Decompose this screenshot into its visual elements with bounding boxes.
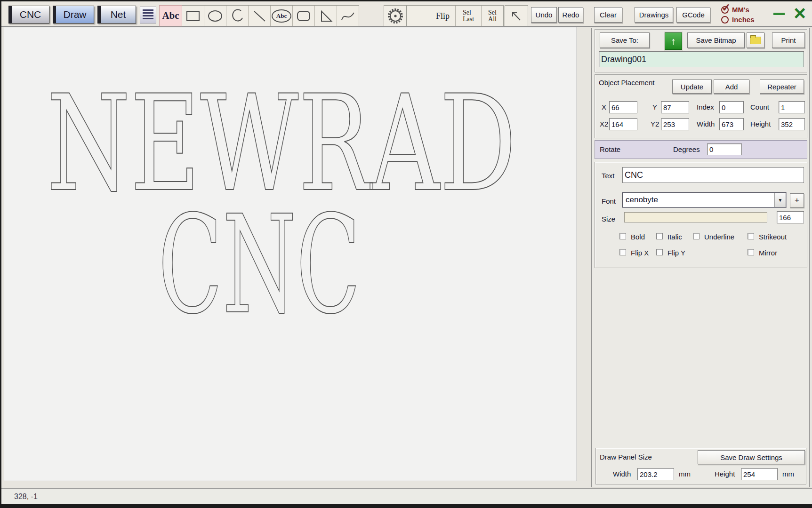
save-group: Save To: ↑ Save Bitmap Print bbox=[595, 29, 807, 72]
size-slider[interactable] bbox=[624, 212, 767, 222]
app-window: CNC Draw Net Abc bbox=[0, 0, 812, 508]
print-button[interactable]: Print bbox=[772, 32, 805, 48]
count-input[interactable] bbox=[779, 101, 805, 113]
object-placement-title: Object Placement bbox=[599, 79, 654, 87]
filename-input[interactable] bbox=[599, 51, 804, 67]
minimize-button[interactable] bbox=[773, 13, 785, 15]
clear-button[interactable]: Clear bbox=[594, 7, 622, 23]
x-input[interactable] bbox=[609, 101, 637, 113]
index-input[interactable] bbox=[719, 101, 744, 113]
text-label: Text bbox=[602, 172, 615, 180]
redo-button[interactable]: Redo bbox=[558, 7, 583, 23]
dropdown-arrow-icon[interactable]: ▼ bbox=[774, 193, 786, 207]
x2-label: X2 bbox=[600, 120, 608, 128]
sel-all-line1: Sel bbox=[488, 9, 497, 16]
underline-label: Underline bbox=[704, 233, 734, 241]
inches-radio[interactable] bbox=[721, 16, 729, 24]
inches-radio-row[interactable]: Inches bbox=[721, 16, 755, 24]
undo-button[interactable]: Undo bbox=[531, 7, 557, 23]
degrees-input[interactable] bbox=[707, 143, 742, 155]
strikeout-checkbox[interactable] bbox=[748, 233, 754, 239]
triangle-icon bbox=[318, 8, 333, 24]
text-ellipse-icon: Abc bbox=[272, 9, 291, 23]
mm-radio-row[interactable]: MM's ✓ bbox=[721, 6, 749, 14]
add-font-button[interactable]: + bbox=[790, 193, 804, 207]
gear-tool-button[interactable] bbox=[384, 6, 406, 26]
flip-x-checkbox[interactable] bbox=[619, 249, 626, 255]
text-settings-group: Text Font cenobyte ▼ + Size Bold Italic … bbox=[595, 162, 807, 268]
draw-panel-size-group: Draw Panel Size Save Draw Settings Width… bbox=[595, 448, 806, 484]
width-input[interactable] bbox=[719, 118, 744, 130]
rotate-label: Rotate bbox=[600, 145, 620, 153]
panel-width-input[interactable] bbox=[637, 468, 674, 480]
select-last-button[interactable]: SelLast bbox=[455, 6, 481, 26]
drawings-button[interactable]: Drawings bbox=[635, 7, 673, 23]
menu-button[interactable] bbox=[140, 7, 156, 24]
line-icon bbox=[252, 8, 267, 24]
x-label: X bbox=[602, 103, 606, 111]
save-to-button[interactable]: Save To: bbox=[600, 32, 650, 48]
nw-arrow-icon bbox=[509, 9, 523, 23]
save-bitmap-button[interactable]: Save Bitmap bbox=[687, 32, 745, 48]
canvas-text-line2[interactable]: CNC bbox=[158, 186, 361, 344]
text-tool-button[interactable]: Abc bbox=[160, 6, 182, 26]
flip-y-checkbox[interactable] bbox=[656, 249, 663, 255]
rounded-rect-tool-button[interactable] bbox=[292, 6, 314, 26]
move-up-button[interactable]: ↑ bbox=[665, 32, 682, 50]
y2-input[interactable] bbox=[661, 118, 689, 130]
rectangle-tool-button[interactable] bbox=[182, 6, 204, 26]
tab-net[interactable]: Net bbox=[97, 6, 136, 24]
add-button[interactable]: Add bbox=[714, 79, 749, 94]
drawing-canvas[interactable]: NEWRAD CNC bbox=[4, 27, 577, 481]
window-frame-top bbox=[0, 0, 812, 1]
tool-palette: Abc Abc bbox=[159, 5, 359, 26]
y-input[interactable] bbox=[661, 101, 689, 113]
arc-tool-button[interactable] bbox=[226, 6, 248, 26]
arc-icon bbox=[230, 8, 245, 24]
ellipse-tool-button[interactable] bbox=[204, 6, 226, 26]
text-ellipse-label: Abc bbox=[276, 12, 287, 20]
save-draw-settings-button[interactable]: Save Draw Settings bbox=[698, 450, 805, 464]
degrees-label: Degrees bbox=[673, 145, 700, 153]
text-ellipse-tool-button[interactable]: Abc bbox=[270, 6, 292, 26]
open-folder-button[interactable] bbox=[747, 32, 764, 48]
curve-icon bbox=[340, 8, 356, 24]
flip-x-label: Flip X bbox=[631, 249, 649, 257]
inches-label: Inches bbox=[732, 16, 755, 24]
triangle-tool-button[interactable] bbox=[314, 6, 337, 26]
rectangle-icon bbox=[186, 11, 200, 21]
window-frame-bottom bbox=[0, 504, 812, 508]
close-button[interactable]: × bbox=[790, 1, 810, 25]
bold-label: Bold bbox=[631, 233, 645, 241]
gear-icon bbox=[387, 8, 404, 24]
line-tool-button[interactable] bbox=[248, 6, 270, 26]
panel-width-unit: mm bbox=[679, 470, 691, 478]
select-all-button[interactable]: SelAll bbox=[481, 6, 503, 26]
ellipse-icon bbox=[208, 10, 222, 22]
mirror-checkbox[interactable] bbox=[748, 249, 754, 255]
gcode-button[interactable]: GCode bbox=[676, 7, 710, 23]
rounded-rect-icon bbox=[297, 11, 310, 21]
curve-tool-button[interactable] bbox=[337, 6, 359, 26]
text-input[interactable] bbox=[622, 167, 804, 183]
tab-draw[interactable]: Draw bbox=[53, 6, 94, 24]
panel-width-label: Width bbox=[613, 470, 631, 478]
bold-checkbox[interactable] bbox=[619, 233, 626, 239]
font-dropdown[interactable]: cenobyte ▼ bbox=[622, 192, 786, 207]
toolbar: CNC Draw Net Abc bbox=[0, 1, 812, 27]
italic-checkbox[interactable] bbox=[656, 233, 663, 239]
select-pointer-button[interactable] bbox=[505, 6, 528, 26]
size-input[interactable] bbox=[777, 211, 804, 223]
height-input[interactable] bbox=[779, 118, 805, 130]
tab-cnc[interactable]: CNC bbox=[8, 6, 49, 24]
width-label: Width bbox=[697, 120, 715, 128]
panel-height-input[interactable] bbox=[741, 468, 778, 480]
update-button[interactable]: Update bbox=[672, 79, 712, 94]
flip-button[interactable]: Flip bbox=[430, 6, 455, 26]
font-value: cenobyte bbox=[623, 195, 774, 205]
gear-tool-group bbox=[384, 5, 407, 26]
sel-last-line2: Last bbox=[463, 16, 474, 23]
repeater-button[interactable]: Repeater bbox=[760, 79, 804, 94]
underline-checkbox[interactable] bbox=[693, 233, 699, 239]
x2-input[interactable] bbox=[609, 118, 637, 130]
